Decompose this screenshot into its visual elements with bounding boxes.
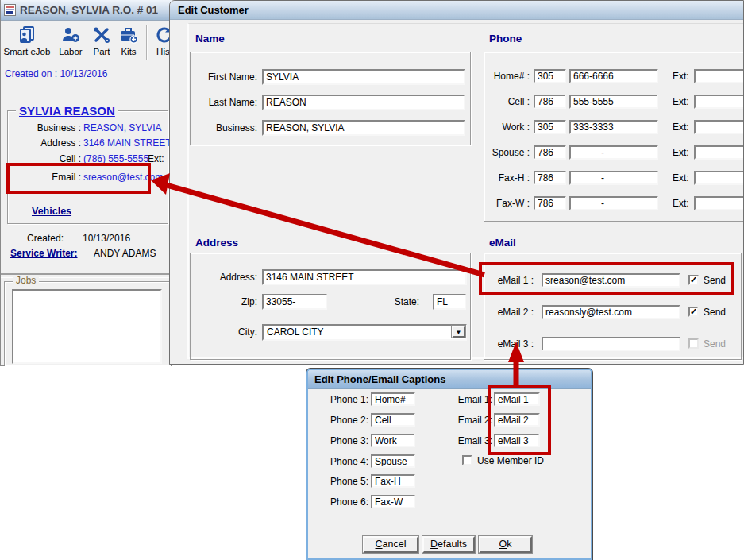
check-icon: ✓ [690,275,697,284]
business-value: REASON, SYLVIA [83,122,161,133]
email2-caption-label: Email 2: [427,414,492,427]
state-input[interactable] [433,294,466,310]
email2-send-label: Send [704,307,726,318]
created-on-text: Created on : 10/13/2016 [5,68,107,79]
use-member-id-checkbox[interactable] [462,455,472,465]
defaults-button[interactable]: Defaults [422,536,475,553]
service-writer-value: ANDY ADAMS [94,248,156,259]
business-name-label: Business: [191,120,257,136]
email1-send-label: Send [704,275,726,286]
email3-send-checkbox [688,338,699,349]
edit-customer-titlebar[interactable]: Edit Customer [170,1,743,20]
phone6-caption-input[interactable] [371,495,415,508]
phone-area-input[interactable] [534,145,566,160]
phone-number-input[interactable] [569,196,658,210]
phone-row-label: Home# : [484,69,530,83]
phone-number-input[interactable] [569,171,658,185]
zip-input[interactable] [262,294,327,310]
email-section-header: eMail [489,237,516,249]
toolbar-button-smart-ejob[interactable]: Smart eJob [2,25,52,56]
jobs-label: Jobs [13,275,39,286]
phone-number-input[interactable] [569,145,658,160]
phone2-caption-input[interactable] [371,413,415,427]
main-window-titlebar[interactable]: REASON, SYLVIA R.O. # 01 [1,0,172,21]
kits-icon [118,25,139,45]
business-name-input[interactable] [262,120,465,136]
labor-icon [60,25,81,45]
customer-info-panel: SYLVIA REASON Business : REASON, SYLVIA … [7,110,168,224]
smart-ejob-icon [17,25,37,45]
part-icon [91,25,112,45]
toolbar-label: Part [88,47,115,56]
business-label: Business : [8,122,81,133]
first-name-label: First Name: [191,69,257,85]
phone3-caption-input[interactable] [371,434,415,447]
phone-ext-input[interactable] [694,171,744,185]
email3-caption-input[interactable] [494,434,540,447]
email2-send-checkbox[interactable]: ✓ [688,307,699,317]
toolbar-separator [146,25,148,60]
city-combobox[interactable]: CAROL CITY ▼ [262,324,467,341]
phone-number-input[interactable] [569,95,658,109]
phone6-caption-label: Phone 6: [313,496,368,509]
address-input[interactable] [262,269,467,285]
ext-label: Ext: [673,122,689,133]
name-section-box: First Name: Last Name: Business: [190,52,471,145]
toolbar-button-labor[interactable]: Labor [55,25,87,56]
service-writer-link[interactable]: Service Writer: [10,248,78,259]
vehicles-link[interactable]: Vehicles [32,206,71,217]
zip-label: Zip: [191,294,257,310]
ext-label: Ext: [673,71,689,82]
phone-ext-input[interactable] [694,69,744,83]
phone-number-input[interactable] [569,69,658,83]
jobs-list[interactable] [12,289,162,364]
phone-area-input[interactable] [534,95,566,109]
captions-dialog-titlebar[interactable]: Edit Phone/Email Captions [308,370,591,389]
email3-label: eMail 3 : [484,337,534,351]
toolbar-label: Kits [115,47,142,56]
phone-ext-input[interactable] [694,196,744,210]
first-name-input[interactable] [262,69,465,85]
toolbar-label: Labor [55,47,87,56]
email1-send-checkbox[interactable]: ✓ [688,275,699,285]
last-name-input[interactable] [262,95,465,110]
ok-button[interactable]: Ok [479,536,532,553]
use-member-id-label: Use Member ID [477,455,544,466]
toolbar-button-kits[interactable]: Kits [115,25,142,56]
address-section-header: Address [195,237,238,249]
city-dropdown-button[interactable]: ▼ [452,326,465,338]
phone4-caption-input[interactable] [371,454,415,468]
email1-label: eMail 1 : [484,273,534,288]
phone-area-input[interactable] [534,196,566,210]
email3-input[interactable] [542,337,680,351]
phone-area-input[interactable] [534,171,566,185]
address-value: 3146 MAIN STREET [83,137,172,149]
phone-ext-input[interactable] [694,145,744,160]
edit-customer-title: Edit Customer [178,4,249,16]
email1-input[interactable] [542,273,680,288]
phone1-caption-input[interactable] [371,392,415,406]
phone-row-label: Cell : [484,95,530,109]
main-window: REASON, SYLVIA R.O. # 01 Smart eJob Labo… [0,0,172,366]
phone5-caption-input[interactable] [371,474,415,488]
cell-value: (786) 555-5555 [83,153,148,164]
phone-ext-input[interactable] [694,95,744,109]
ext-label: Ext: [673,147,689,158]
dropdown-arrow-icon: ▼ [456,329,462,336]
phone-ext-input[interactable] [694,120,744,134]
created-label: Created: [27,233,64,244]
last-name-label: Last Name: [191,95,257,110]
cancel-button[interactable]: Cancel [363,536,418,553]
phone-number-input[interactable] [569,120,658,134]
created-value: 10/13/2016 [83,233,130,244]
customer-name-link[interactable]: SYLVIA REASON [16,104,118,118]
phone-area-input[interactable] [534,69,566,83]
email2-input[interactable] [542,305,680,319]
phone-area-input[interactable] [534,120,566,134]
jobs-panel: Jobs [4,281,170,365]
email-label: Email : [8,172,81,183]
email1-caption-input[interactable] [494,392,540,406]
toolbar-button-part[interactable]: Part [88,25,115,56]
phone-section-header: Phone [489,33,522,44]
email2-caption-input[interactable] [494,413,540,427]
